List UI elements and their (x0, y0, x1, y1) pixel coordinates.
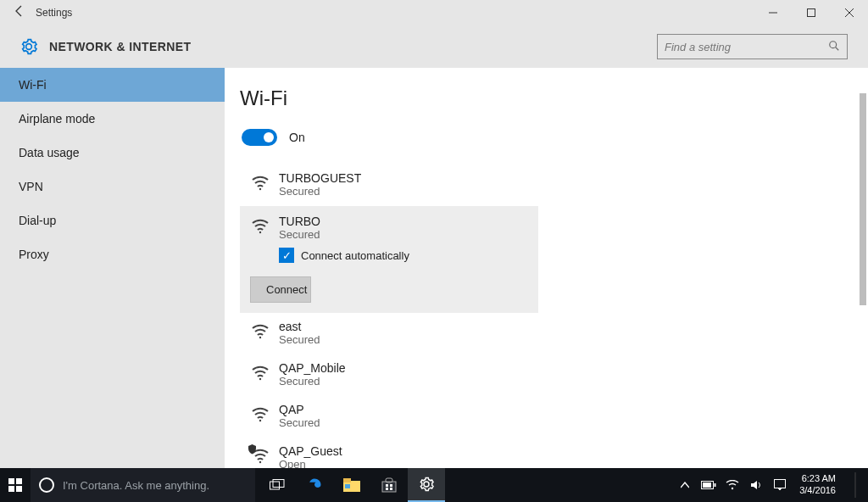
taskview-icon[interactable] (259, 468, 296, 502)
minimize-button[interactable] (754, 0, 792, 25)
wifi-toggle[interactable] (242, 129, 277, 146)
svg-rect-20 (345, 484, 350, 488)
svg-rect-1 (807, 9, 815, 17)
network-security: Secured (279, 185, 361, 198)
wifi-icon (250, 172, 270, 192)
edge-icon[interactable] (296, 468, 333, 502)
close-button[interactable] (830, 0, 868, 25)
wifi-toggle-label: On (289, 131, 305, 144)
svg-rect-24 (390, 484, 392, 487)
network-security: Secured (279, 333, 320, 346)
sidebar-item-datausage[interactable]: Data usage (0, 136, 225, 170)
network-security: Secured (279, 228, 320, 241)
connect-auto-checkbox[interactable]: ✓ (279, 248, 294, 263)
maximize-button[interactable] (792, 0, 830, 25)
sidebar: Wi-Fi Airplane mode Data usage VPN Dial-… (0, 68, 225, 468)
system-tray[interactable] (677, 479, 793, 491)
file-explorer-icon[interactable] (333, 468, 370, 502)
network-ssid: QAP_Mobile (279, 361, 346, 375)
window-title: Settings (32, 7, 72, 19)
wifi-tray-icon[interactable] (725, 480, 740, 490)
settings-taskbar-icon[interactable] (408, 468, 445, 502)
search-input[interactable] (665, 41, 828, 53)
network-item[interactable]: east Secured (240, 313, 538, 354)
cortana-icon (39, 477, 54, 493)
network-ssid: QAP (279, 403, 320, 416)
chevron-up-icon[interactable] (677, 482, 693, 488)
network-list: TURBOGUEST Secured TURBO Secured (240, 165, 538, 468)
svg-rect-28 (715, 483, 716, 487)
network-item[interactable]: TURBOGUEST Secured (240, 165, 538, 206)
svg-rect-14 (8, 486, 14, 492)
action-center-icon[interactable] (772, 479, 787, 491)
search-icon (828, 40, 840, 54)
svg-rect-16 (270, 482, 280, 489)
sidebar-item-wifi[interactable]: Wi-Fi (0, 68, 225, 102)
cortana-search[interactable]: I'm Cortana. Ask me anything. (31, 468, 255, 502)
svg-point-4 (830, 41, 837, 47)
header-title: NETWORK & INTERNET (49, 40, 191, 53)
svg-point-11 (259, 461, 261, 463)
back-button[interactable] (7, 4, 32, 21)
svg-rect-26 (390, 488, 392, 490)
show-desktop[interactable] (848, 468, 863, 502)
network-ssid: QAP_Guest (279, 444, 342, 458)
taskbar-clock[interactable]: 6:23 AM 3/4/2016 (793, 473, 843, 497)
header: NETWORK & INTERNET (0, 25, 868, 68)
wifi-icon (250, 321, 270, 341)
network-ssid: east (279, 320, 320, 333)
page-title: Wi-Fi (240, 86, 868, 110)
svg-point-30 (732, 488, 733, 489)
svg-point-6 (259, 188, 261, 190)
sidebar-item-vpn[interactable]: VPN (0, 170, 225, 204)
clock-date: 3/4/2016 (799, 485, 836, 497)
svg-rect-15 (16, 486, 22, 492)
volume-icon[interactable] (748, 479, 764, 491)
network-item[interactable]: QAP_Guest Open (240, 438, 538, 468)
start-button[interactable] (0, 468, 31, 502)
scrollbar[interactable] (858, 68, 866, 468)
sidebar-item-proxy[interactable]: Proxy (0, 237, 225, 271)
sidebar-item-airplane[interactable]: Airplane mode (0, 102, 225, 136)
svg-rect-17 (273, 480, 284, 488)
network-item[interactable]: QAP_Mobile Secured (240, 354, 538, 396)
svg-rect-31 (775, 480, 786, 488)
wifi-icon (250, 215, 270, 236)
connect-button[interactable]: Connect (250, 276, 311, 303)
svg-rect-25 (386, 488, 388, 490)
svg-rect-23 (386, 484, 388, 487)
gear-icon (20, 38, 37, 55)
network-item-selected[interactable]: TURBO Secured ✓ Connect automatically Co… (240, 206, 538, 313)
titlebar: Settings (0, 0, 868, 25)
svg-rect-19 (343, 478, 351, 482)
search-box[interactable] (657, 34, 848, 59)
network-security: Open (279, 458, 342, 468)
svg-rect-13 (16, 478, 22, 484)
svg-point-8 (259, 337, 261, 338)
svg-point-9 (259, 378, 261, 380)
clock-time: 6:23 AM (799, 473, 836, 485)
svg-rect-21 (382, 482, 396, 492)
network-ssid: TURBO (279, 215, 320, 228)
connect-auto-label: Connect automatically (301, 249, 409, 262)
content: Wi-Fi On TURBOGUEST Secured (225, 68, 868, 468)
network-security: Secured (279, 375, 346, 388)
svg-line-5 (836, 47, 839, 50)
wifi-open-icon (250, 445, 270, 466)
network-ssid: TURBOGUEST (279, 171, 361, 185)
sidebar-item-dialup[interactable]: Dial-up (0, 204, 225, 237)
svg-rect-29 (703, 482, 711, 488)
svg-rect-12 (8, 478, 14, 484)
svg-point-7 (259, 231, 261, 233)
network-item[interactable]: QAP Secured (240, 396, 538, 438)
battery-icon[interactable] (701, 481, 716, 489)
network-security: Secured (279, 416, 320, 429)
taskbar: I'm Cortana. Ask me anything. 6:23 AM 3/… (0, 468, 868, 502)
svg-point-10 (259, 420, 261, 421)
wifi-icon (250, 362, 270, 382)
wifi-icon (250, 404, 270, 424)
store-icon[interactable] (370, 468, 408, 502)
cortana-placeholder: I'm Cortana. Ask me anything. (63, 479, 209, 492)
